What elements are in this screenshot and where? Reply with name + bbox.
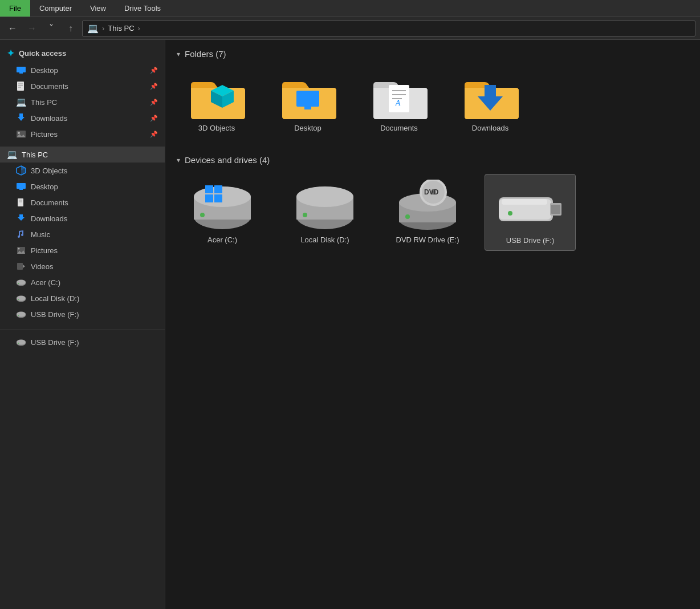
svg-point-54 xyxy=(200,213,205,217)
3d-icon xyxy=(16,165,26,176)
svg-rect-40 xyxy=(304,107,311,109)
svg-rect-13 xyxy=(17,183,26,189)
sidebar-this-pc-header[interactable]: 💻 This PC xyxy=(0,147,165,163)
svg-rect-51 xyxy=(214,185,222,193)
svg-point-57 xyxy=(296,186,353,207)
folder-3dobjects-icon xyxy=(188,74,245,119)
svg-point-31 xyxy=(17,312,26,317)
content-area: ▾ Folders (7) 3D Objects xyxy=(165,40,700,609)
sidebar-localdisk[interactable]: Local Disk (D:) xyxy=(0,290,165,306)
svg-rect-73 xyxy=(502,199,547,205)
menu-view[interactable]: View xyxy=(81,0,115,17)
pin-icon-docs: 📌 xyxy=(150,83,158,90)
svg-rect-14 xyxy=(19,189,23,190)
svg-rect-2 xyxy=(17,82,24,91)
svg-rect-22 xyxy=(17,263,23,270)
downloads2-icon xyxy=(16,213,26,224)
drive-localdisk-label: Local Disk (D:) xyxy=(300,236,349,244)
menu-drive-tools[interactable]: Drive Tools xyxy=(115,0,170,17)
svg-point-28 xyxy=(17,296,26,301)
sidebar-usb-label: USB Drive (F:) xyxy=(31,310,79,319)
main-layout: ✦ Quick access Desktop 📌 Documents 📌 💻 T… xyxy=(0,40,700,609)
sidebar-localdisk-label: Local Disk (D:) xyxy=(31,294,79,303)
svg-rect-39 xyxy=(296,91,319,107)
address-bar: ← → ˅ ↑ 💻 › This PC › xyxy=(0,17,700,40)
forward-button[interactable]: → xyxy=(24,21,40,36)
sidebar-acer[interactable]: Acer (C:) xyxy=(0,274,165,290)
videos-icon xyxy=(16,261,26,271)
sidebar-item-thispc[interactable]: 💻 This PC 📌 xyxy=(0,94,165,110)
svg-rect-53 xyxy=(214,194,222,202)
svg-marker-6 xyxy=(18,113,25,121)
sidebar-item-downloads[interactable]: Downloads 📌 xyxy=(0,110,165,126)
quick-access-header[interactable]: ✦ Quick access xyxy=(0,44,165,62)
sidebar-item-pictures[interactable]: Pictures 📌 xyxy=(0,126,165,142)
sidebar-item-desktop[interactable]: Desktop 📌 xyxy=(0,62,165,78)
sidebar-downloads2-label: Downloads xyxy=(31,214,67,223)
folder-item-documents[interactable]: A Documents xyxy=(359,68,439,138)
svg-rect-15 xyxy=(18,198,23,206)
svg-rect-52 xyxy=(205,194,213,202)
drive-usb-icon xyxy=(496,180,564,232)
svg-rect-1 xyxy=(19,72,23,74)
sidebar-downloads2[interactable]: Downloads xyxy=(0,210,165,226)
sidebar-item-documents[interactable]: Documents 📌 xyxy=(0,78,165,94)
back-button[interactable]: ← xyxy=(5,21,21,36)
devices-section-label: Devices and drives (4) xyxy=(185,155,270,165)
svg-text:A: A xyxy=(395,99,401,107)
sidebar-pictures2[interactable]: Pictures xyxy=(0,242,165,258)
address-path[interactable]: 💻 › This PC › xyxy=(82,21,695,36)
drive-item-acer[interactable]: Acer (C:) xyxy=(177,174,268,251)
sidebar-desktop2[interactable]: Desktop xyxy=(0,178,165,194)
drive-item-localdisk[interactable]: Local Disk (D:) xyxy=(279,174,371,251)
drive-dvd-icon: DVD xyxy=(393,180,462,231)
svg-rect-50 xyxy=(205,185,213,193)
sidebar-3dobjects[interactable]: 3D Objects xyxy=(0,163,165,178)
svg-point-20 xyxy=(18,248,20,250)
drive-usb-label: USB Drive (F:) xyxy=(506,236,555,245)
up-button[interactable]: ↑ xyxy=(63,21,79,36)
drive-item-dvd[interactable]: DVD DVD RW Drive (E:) xyxy=(382,174,473,251)
sidebar-videos-label: Videos xyxy=(31,262,54,271)
menu-computer[interactable]: Computer xyxy=(30,0,81,17)
drive-dvd-label: DVD RW Drive (E:) xyxy=(396,236,459,244)
folders-section-label: Folders (7) xyxy=(185,49,226,59)
svg-rect-0 xyxy=(17,67,26,72)
sidebar-documents2-label: Documents xyxy=(31,198,68,207)
sidebar-pictures-label: Pictures xyxy=(31,130,58,139)
sidebar-documents2[interactable]: Documents xyxy=(0,194,165,210)
svg-point-26 xyxy=(18,283,19,284)
localdisk-icon xyxy=(16,293,26,303)
folder-desktop-icon xyxy=(279,74,336,119)
sidebar: ✦ Quick access Desktop 📌 Documents 📌 💻 T… xyxy=(0,40,165,609)
sidebar-usb[interactable]: USB Drive (F:) xyxy=(0,306,165,322)
dropdown-button[interactable]: ˅ xyxy=(43,21,59,36)
pin-icon-dl: 📌 xyxy=(150,115,158,122)
path-this-pc: This PC xyxy=(108,24,134,33)
menu-file[interactable]: File xyxy=(0,0,30,17)
sidebar-videos[interactable]: Videos xyxy=(0,258,165,274)
desktop-icon xyxy=(16,65,26,75)
folder-3dobjects-label: 3D Objects xyxy=(198,124,235,132)
sidebar-usb-bottom[interactable]: USB Drive (F:) xyxy=(0,334,165,350)
pc-icon: 💻 xyxy=(87,23,99,34)
folders-section-header[interactable]: ▾ Folders (7) xyxy=(177,49,689,59)
sidebar-documents-label: Documents xyxy=(31,82,68,91)
drive-item-usb[interactable]: USB Drive (F:) xyxy=(485,174,576,251)
sidebar-music[interactable]: Music xyxy=(0,226,165,242)
thispc-main-icon: 💻 xyxy=(7,149,17,160)
folder-item-3dobjects[interactable]: 3D Objects xyxy=(177,68,257,138)
sidebar-thispc-label: This PC xyxy=(31,98,57,107)
menu-bar: File Computer View Drive Tools xyxy=(0,0,700,17)
music-icon xyxy=(16,229,26,239)
devices-section-header[interactable]: ▾ Devices and drives (4) xyxy=(177,155,689,165)
folder-grid: 3D Objects Desktop xyxy=(177,68,689,138)
folder-item-downloads[interactable]: Downloads xyxy=(450,68,530,138)
folder-item-desktop[interactable]: Desktop xyxy=(268,68,348,138)
svg-point-29 xyxy=(18,299,19,300)
svg-point-72 xyxy=(508,211,512,216)
drive-acer-icon xyxy=(188,180,257,231)
svg-rect-71 xyxy=(551,205,560,214)
thispc-icon: 💻 xyxy=(16,97,26,107)
sidebar-this-pc-label: This PC xyxy=(22,151,48,159)
